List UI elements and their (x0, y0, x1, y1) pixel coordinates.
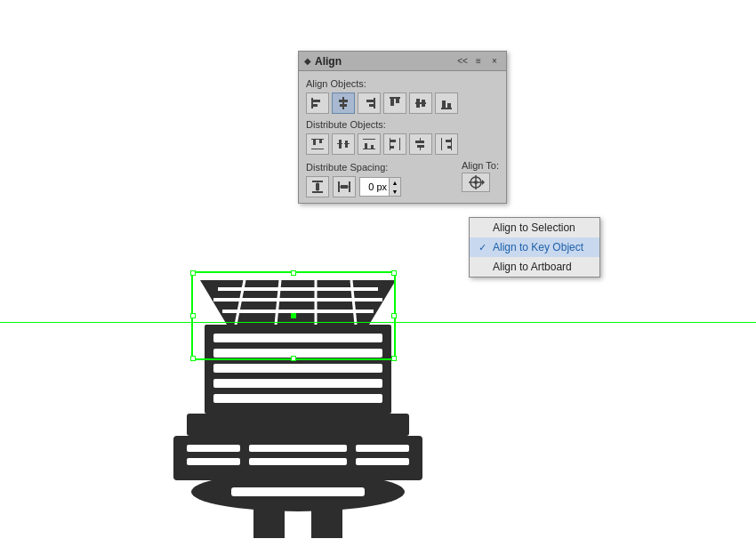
svg-rect-69 (312, 191, 323, 193)
svg-rect-10 (213, 349, 382, 358)
align-to-dropdown-button[interactable] (462, 173, 490, 192)
svg-rect-21 (356, 458, 409, 465)
dropdown-label-artboard: Align to Artboard (493, 261, 572, 273)
svg-rect-25 (311, 510, 342, 538)
svg-rect-29 (342, 97, 344, 109)
svg-rect-55 (371, 145, 374, 149)
align-vcenter-button[interactable] (409, 92, 432, 114)
bottom-row: Distribute Spacing: ▲ ▼ (306, 160, 499, 197)
panel-titlebar: ◆ Align << ≡ × (299, 52, 506, 71)
align-hcenter-button[interactable] (332, 92, 355, 114)
check-artboard (479, 261, 489, 272)
distribute-buttons-row (306, 133, 499, 155)
align-to-label: Align To: (462, 160, 499, 171)
guide-line (0, 322, 756, 323)
svg-rect-47 (319, 139, 322, 143)
svg-rect-73 (349, 181, 350, 192)
check-key-object: ✓ (479, 242, 489, 253)
dist-bottom-button[interactable] (358, 133, 381, 155)
svg-rect-9 (213, 334, 382, 342)
svg-rect-34 (369, 104, 374, 107)
svg-rect-11 (213, 364, 382, 373)
svg-rect-40 (422, 100, 425, 107)
svg-rect-65 (451, 138, 452, 150)
svg-rect-68 (312, 181, 323, 182)
svg-rect-66 (446, 140, 451, 142)
dist-top-button[interactable] (306, 133, 329, 155)
svg-rect-45 (311, 149, 324, 149)
dropdown-label-key-object: Align to Key Object (493, 241, 583, 253)
align-to-section: Align To: (462, 160, 499, 192)
spin-up-button[interactable]: ▲ (390, 178, 400, 187)
svg-rect-43 (447, 103, 451, 108)
panel-title-left: ◆ Align (304, 55, 342, 68)
spacing-input-wrapper: ▲ ▼ (359, 177, 401, 197)
svg-rect-42 (442, 101, 446, 108)
svg-rect-35 (390, 97, 400, 99)
dropdown-label-selection: Align to Selection (493, 221, 575, 234)
svg-rect-50 (339, 140, 342, 149)
spin-down-button[interactable]: ▼ (390, 187, 400, 196)
svg-rect-46 (313, 139, 316, 145)
panel-close-btn[interactable]: × (488, 55, 501, 68)
svg-rect-24 (253, 510, 285, 538)
svg-marker-80 (482, 180, 485, 185)
spacing-vert-button[interactable] (306, 176, 329, 197)
align-right-button[interactable] (358, 92, 381, 114)
align-bottom-button[interactable] (435, 92, 458, 114)
svg-rect-14 (187, 414, 409, 436)
svg-rect-31 (340, 104, 347, 107)
svg-rect-32 (374, 98, 375, 109)
svg-rect-17 (249, 445, 347, 452)
svg-rect-23 (231, 487, 365, 496)
panel-collapse-btn[interactable]: << (456, 55, 469, 68)
dist-vcenter-button[interactable] (332, 133, 355, 155)
align-panel: ◆ Align << ≡ × Align Objects: (298, 51, 507, 204)
svg-rect-57 (399, 138, 400, 150)
panel-content: Align Objects: (299, 71, 506, 203)
svg-point-79 (474, 181, 478, 184)
svg-rect-41 (441, 108, 452, 109)
svg-rect-58 (390, 140, 396, 142)
dist-right-button[interactable] (435, 133, 458, 155)
align-top-button[interactable] (383, 92, 406, 114)
svg-rect-59 (390, 146, 394, 149)
svg-rect-19 (187, 458, 240, 465)
svg-marker-0 (200, 280, 396, 325)
panel-icon: ◆ (304, 56, 311, 66)
spacing-row: ▲ ▼ (306, 176, 451, 197)
panel-controls: << ≡ × (456, 55, 501, 68)
svg-rect-62 (415, 141, 424, 143)
svg-rect-20 (249, 458, 347, 465)
distribute-spacing-label: Distribute Spacing: (306, 162, 451, 173)
panel-menu-btn[interactable]: ≡ (472, 55, 485, 68)
spacing-horiz-button[interactable] (333, 176, 356, 197)
svg-rect-39 (416, 99, 420, 108)
spacing-input[interactable] (360, 178, 389, 196)
svg-rect-28 (313, 104, 318, 107)
align-to-dropdown-menu: Align to Selection ✓ Align to Key Object… (469, 217, 600, 278)
dropdown-item-artboard[interactable]: Align to Artboard (470, 257, 599, 277)
spinner-buttons: ▲ ▼ (389, 178, 400, 196)
distribute-spacing-col: Distribute Spacing: ▲ ▼ (306, 160, 451, 197)
svg-rect-16 (187, 445, 240, 452)
svg-rect-72 (338, 181, 340, 192)
svg-rect-53 (363, 149, 375, 149)
svg-rect-30 (339, 100, 348, 102)
svg-rect-26 (311, 98, 313, 109)
svg-rect-27 (313, 100, 320, 102)
dropdown-item-key-object[interactable]: ✓ Align to Key Object (470, 237, 599, 257)
svg-rect-37 (396, 99, 399, 103)
svg-rect-54 (365, 143, 367, 149)
align-buttons-row (306, 92, 499, 114)
dist-hcenter-button[interactable] (409, 133, 432, 155)
dist-left-button[interactable] (383, 133, 406, 155)
svg-rect-52 (363, 139, 375, 140)
svg-rect-64 (441, 138, 442, 150)
distribute-objects-label: Distribute Objects: (306, 119, 499, 130)
svg-rect-63 (417, 145, 424, 148)
dropdown-item-selection[interactable]: Align to Selection (470, 218, 599, 237)
align-left-button[interactable] (306, 92, 329, 114)
check-selection (479, 222, 489, 233)
svg-rect-13 (213, 394, 382, 403)
